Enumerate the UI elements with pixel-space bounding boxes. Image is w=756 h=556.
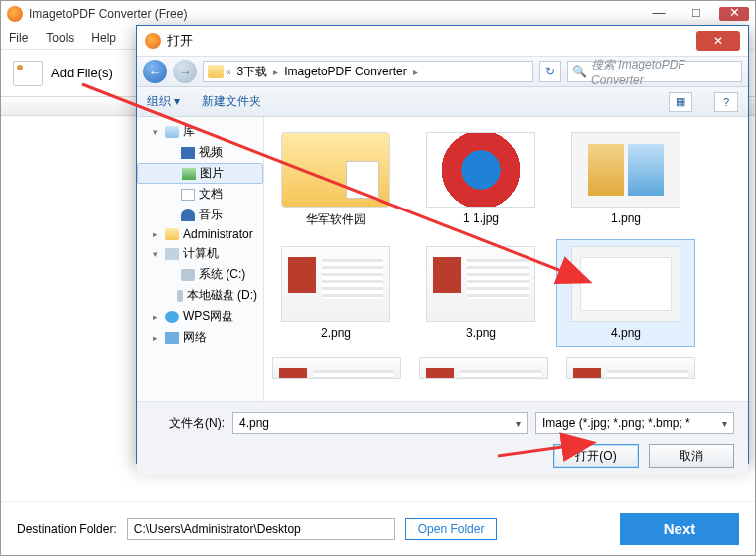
tree-item-0[interactable]: ▾库 [137,121,263,142]
lib-icon [165,126,179,138]
menu-help[interactable]: Help [91,31,116,45]
tree-arrow-icon: ▸ [153,312,161,322]
tree-label: 本地磁盘 (D:) [187,287,257,304]
breadcrumb[interactable]: « 3下载 ▸ ImagetoPDF Converter ▸ [203,61,533,82]
app-title: ImagetoPDF Converter (Free) [29,7,187,21]
file-name: 1 1.jpg [463,211,499,225]
file-name: 4.png [611,326,641,340]
tree-item-2[interactable]: 图片 [137,163,263,184]
drv-icon [181,269,195,281]
file-item-4[interactable]: 3.png [411,239,550,347]
crumb-0[interactable]: 3下载 [233,64,272,80]
tree-label: 计算机 [183,245,219,262]
tree-item-5[interactable]: ▸Administrator [137,225,263,243]
file-name: 华军软件园 [306,211,366,228]
folder-tree[interactable]: ▾库视频图片文档音乐▸Administrator▾计算机系统 (C:)本地磁盘 … [137,117,264,401]
file-thumb [281,246,390,322]
view-mode-button[interactable]: ▦ [669,92,692,112]
chevron-down-icon[interactable]: ▾ [722,418,727,429]
next-button[interactable]: Next [620,513,739,545]
minimize-button[interactable]: — [644,7,674,21]
add-file-icon[interactable] [13,61,43,86]
file-item-5[interactable]: 4.png [556,239,695,347]
mus-icon [181,209,195,221]
filetype-filter[interactable]: Image (*.jpg; *.png; *.bmp; * ▾ [535,412,734,434]
file-item-8[interactable] [560,350,701,386]
tree-item-3[interactable]: 文档 [137,184,263,205]
bottom-bar: Destination Folder: Open Folder Next [1,501,755,555]
close-button[interactable]: ✕ [719,7,749,21]
wps-icon [165,311,179,323]
net-icon [165,332,179,344]
folder-icon [208,65,224,78]
tree-arrow-icon: ▸ [153,333,161,343]
crumb-sep-icon: ▸ [413,67,418,77]
chevron-down-icon[interactable]: ▾ [516,418,521,429]
open-folder-button[interactable]: Open Folder [405,518,498,540]
tree-item-9[interactable]: ▸WPS网盘 [137,306,263,327]
file-thumb [566,357,695,379]
organize-button[interactable]: 组织 ▾ [147,93,180,110]
dialog-icon [145,33,161,49]
file-thumb [281,132,390,208]
maximize-button[interactable]: □ [681,7,711,21]
destination-input[interactable] [127,518,395,540]
tree-item-6[interactable]: ▾计算机 [137,243,263,264]
file-thumb [426,246,535,322]
dialog-close-button[interactable]: ✕ [696,31,740,51]
pic-icon [182,168,196,180]
crumb-sep-icon: ▸ [273,67,278,77]
help-button[interactable]: ? [714,92,738,112]
search-icon: 🔍 [572,65,587,78]
file-thumb [272,357,401,379]
comp-icon [165,248,179,260]
nav-back-button[interactable]: ← [143,60,167,83]
open-dialog: 打开 ✕ ← → « 3下载 ▸ ImagetoPDF Converter ▸ … [136,25,749,464]
tree-item-8[interactable]: 本地磁盘 (D:) [137,285,263,306]
tree-item-1[interactable]: 视频 [137,142,263,163]
tree-arrow-icon: ▾ [153,127,161,137]
tree-arrow-icon: ▸ [153,229,161,239]
app-icon [7,6,23,22]
tree-label: 视频 [199,144,223,161]
file-name: 1.png [611,211,641,225]
file-item-2[interactable]: 1.png [556,125,695,235]
file-item-7[interactable] [413,350,554,386]
doc-icon [181,189,195,201]
tree-arrow-icon: ▾ [153,249,161,259]
file-thumb [571,132,680,208]
file-item-0[interactable]: 华军软件园 [266,125,405,235]
vid-icon [181,147,195,159]
search-placeholder: 搜索 ImagetoPDF Converter [591,57,737,87]
file-area[interactable]: 华军软件园1 1.jpg1.png2.png3.png4.png [264,117,748,401]
crumb-1[interactable]: ImagetoPDF Converter [280,65,410,78]
dialog-titlebar: 打开 ✕ [137,26,748,56]
tree-label: 图片 [200,165,224,182]
tree-item-4[interactable]: 音乐 [137,205,263,225]
tree-item-7[interactable]: 系统 (C:) [137,264,263,285]
add-file-button[interactable]: Add File(s) [51,66,113,80]
tree-label: 音乐 [199,207,223,223]
tree-label: 网络 [183,329,207,346]
file-thumb [419,357,548,379]
file-name: 2.png [321,326,351,340]
file-item-3[interactable]: 2.png [266,239,405,347]
search-input[interactable]: 🔍 搜索 ImagetoPDF Converter [567,61,742,82]
open-button[interactable]: 打开(O) [553,444,639,468]
filename-input[interactable]: 4.png ▾ [232,412,528,434]
usr-icon [165,228,179,240]
tree-label: WPS网盘 [183,308,233,325]
tree-label: 系统 (C:) [199,266,245,283]
tree-item-10[interactable]: ▸网络 [137,327,263,348]
cancel-button[interactable]: 取消 [649,444,734,468]
dialog-footer: 文件名(N): 4.png ▾ Image (*.jpg; *.png; *.b… [137,401,748,476]
file-thumb [426,132,535,208]
refresh-button[interactable]: ↻ [539,61,561,82]
menu-file[interactable]: File [9,31,28,45]
menu-tools[interactable]: Tools [46,31,74,45]
dialog-title: 打开 [167,32,193,50]
file-item-6[interactable] [266,350,407,386]
nav-forward-button[interactable]: → [173,60,197,83]
file-item-1[interactable]: 1 1.jpg [411,125,550,235]
new-folder-button[interactable]: 新建文件夹 [202,93,261,110]
